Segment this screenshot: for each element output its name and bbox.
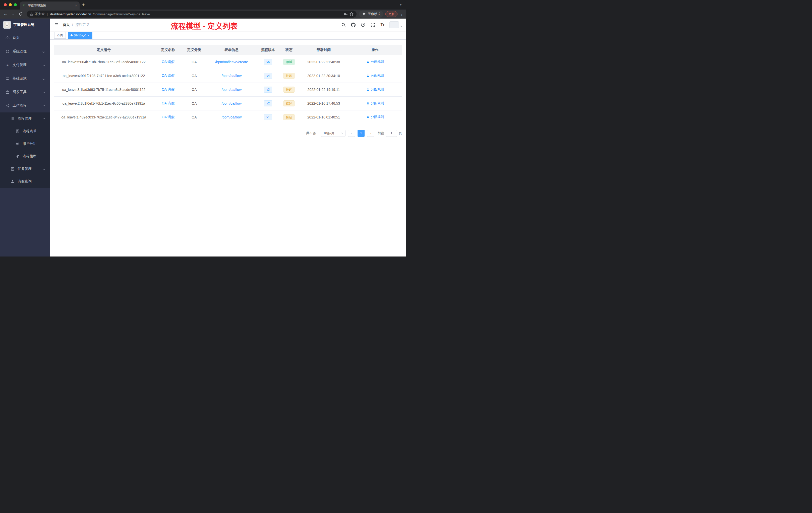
- main-panel: 首页 / 流程定义 TT: [50, 19, 406, 256]
- zoom-window-button[interactable]: [14, 3, 17, 6]
- assign-rule-button[interactable]: 分配规则: [366, 73, 384, 78]
- tag-label: 首页: [57, 33, 63, 37]
- sidebar-item-process-form[interactable]: 流程表单: [0, 125, 50, 138]
- browser-window: 芋道管理系统 × + ▾ ← → 不安全 | dashboard.yudao.i…: [0, 0, 406, 256]
- sidebar-item-process-management[interactable]: 流程管理: [0, 113, 50, 125]
- send-icon: [16, 154, 20, 158]
- assign-rule-button[interactable]: 分配规则: [366, 59, 384, 64]
- form-link[interactable]: /bpm/oa/flow: [222, 88, 241, 92]
- app-title: 芋道管理系统: [13, 23, 34, 27]
- chevron-down-icon: [43, 64, 45, 66]
- minimize-window-button[interactable]: [9, 3, 12, 6]
- next-page-button[interactable]: ›: [367, 130, 374, 137]
- breadcrumb: 首页 / 流程定义: [63, 23, 89, 27]
- sidebar-item-system[interactable]: 系统管理: [0, 45, 50, 58]
- user-avatar-menu[interactable]: [389, 21, 402, 28]
- tab-search-chevron-icon[interactable]: ▾: [396, 3, 406, 6]
- sidebar-item-label: 工作流程: [12, 103, 27, 108]
- breadcrumb-separator: /: [72, 23, 73, 27]
- logo-avatar: [3, 21, 11, 29]
- url-host: dashboard.yudao.iocoder.cn: [50, 12, 91, 16]
- person-icon: [366, 74, 370, 77]
- sidebar-item-dev-tools[interactable]: 研发工具: [0, 85, 50, 99]
- update-label: 更新: [388, 12, 395, 16]
- close-window-button[interactable]: [4, 3, 7, 6]
- page-size-select[interactable]: 10条/页: [321, 130, 346, 137]
- browser-menu-icon[interactable]: ⋮: [400, 12, 404, 16]
- status-badge: 挂起: [284, 114, 294, 120]
- forward-button[interactable]: →: [9, 10, 17, 18]
- person-icon: [366, 60, 370, 63]
- github-icon[interactable]: [351, 23, 355, 27]
- assign-rule-button[interactable]: 分配规则: [366, 101, 384, 105]
- definition-name-link[interactable]: OA 请假: [162, 101, 174, 105]
- goto-page-input[interactable]: 1: [386, 130, 397, 137]
- cell-definition-id: oa_leave:2:3c1f0ef1-76b1-11ec-9c66-a2380…: [54, 96, 153, 110]
- form-link[interactable]: /bpm/oa/flow: [222, 101, 241, 105]
- hamburger-icon[interactable]: [54, 23, 59, 27]
- user-icon: [10, 179, 14, 183]
- sidebar-item-leave-query[interactable]: 请假查询: [0, 175, 50, 188]
- reload-button[interactable]: [17, 10, 24, 18]
- tab-close-icon[interactable]: ×: [75, 3, 77, 7]
- update-chrome-button[interactable]: 更新: [385, 11, 398, 17]
- cell-definition-id: oa_leave:5:004b710b-7b8a-11ec-8ef0-acde4…: [54, 55, 153, 69]
- pagination: 共 5 条 10条/页 ‹ 1 › 前往 1 页: [54, 130, 402, 137]
- search-icon[interactable]: [341, 23, 346, 27]
- chevron-up-icon: [43, 104, 45, 107]
- help-icon[interactable]: [361, 23, 365, 27]
- sidebar-item-workflow[interactable]: 工作流程: [0, 99, 50, 113]
- sidebar-item-label: 基础设施: [12, 76, 27, 81]
- tag-close-icon[interactable]: ×: [88, 34, 90, 37]
- table-row: oa_leave:1:482ec033-762a-11ec-8477-a2380…: [54, 110, 402, 124]
- form-link[interactable]: /bpm/oa/flow: [222, 115, 241, 119]
- key-icon[interactable]: [344, 12, 348, 16]
- cell-definition-id: oa_leave:4:991f2193-7b7f-11ec-a3c8-acde4…: [54, 69, 153, 83]
- fullscreen-icon[interactable]: [371, 23, 375, 27]
- security-label[interactable]: 不安全: [35, 12, 45, 16]
- assign-rule-button[interactable]: 分配规则: [366, 115, 384, 119]
- bookmark-star-icon[interactable]: [349, 12, 353, 16]
- sidebar: 芋道管理系统 首页 系统管理 ¥ 支付管理: [0, 19, 50, 256]
- cell-category: OA: [183, 55, 205, 69]
- new-tab-button[interactable]: +: [80, 1, 87, 8]
- sidebar-item-user-group[interactable]: 用户分组: [0, 138, 50, 150]
- chevron-down-icon: [43, 91, 45, 93]
- definition-name-link[interactable]: OA 请假: [162, 60, 174, 64]
- avatar: [389, 21, 399, 28]
- definition-name-link[interactable]: OA 请假: [162, 115, 174, 119]
- users-icon: [16, 142, 20, 146]
- tag-process-definition[interactable]: 流程定义 ×: [68, 32, 92, 39]
- sidebar-item-home[interactable]: 首页: [0, 31, 50, 45]
- task-icon: [10, 167, 14, 171]
- col-form-info: 表单信息: [205, 45, 258, 55]
- status-badge: 挂起: [284, 87, 294, 93]
- chevron-up-icon: [43, 117, 45, 120]
- browser-tab[interactable]: 芋道管理系统 ×: [20, 1, 80, 9]
- page-number-button[interactable]: 1: [357, 130, 365, 137]
- sidebar-item-payment[interactable]: ¥ 支付管理: [0, 58, 50, 72]
- prev-page-button[interactable]: ‹: [348, 130, 355, 137]
- definition-name-link[interactable]: OA 请假: [162, 73, 174, 78]
- sidebar-logo[interactable]: 芋道管理系统: [0, 19, 50, 31]
- tab-title: 芋道管理系统: [28, 3, 73, 8]
- incognito-label: 无痕模式: [368, 12, 380, 16]
- sidebar-item-process-model[interactable]: 流程模型: [0, 150, 50, 163]
- form-link[interactable]: /bpm/oa/leave/create: [215, 60, 248, 64]
- address-bar[interactable]: 不安全 | dashboard.yudao.iocoder.cn /bpm/ma…: [27, 10, 356, 18]
- font-size-icon[interactable]: TT: [380, 23, 384, 27]
- tag-label: 流程定义: [74, 33, 86, 37]
- version-badge: v1: [264, 114, 272, 120]
- breadcrumb-home[interactable]: 首页: [63, 23, 70, 27]
- workflow-icon: [5, 104, 9, 108]
- goto-label: 前往: [378, 131, 384, 135]
- back-button[interactable]: ←: [2, 10, 9, 18]
- definition-name-link[interactable]: OA 请假: [162, 87, 174, 91]
- sidebar-item-infrastructure[interactable]: 基础设施: [0, 72, 50, 85]
- form-link[interactable]: /bpm/oa/flow: [222, 74, 241, 78]
- tag-home[interactable]: 首页: [54, 32, 66, 39]
- chevron-down-icon: [43, 77, 45, 80]
- assign-rule-button[interactable]: 分配规则: [366, 87, 384, 92]
- table-row: oa_leave:3:1fad3d93-7b75-11ec-a3c8-acde4…: [54, 83, 402, 96]
- sidebar-item-task-management[interactable]: 任务管理: [0, 163, 50, 175]
